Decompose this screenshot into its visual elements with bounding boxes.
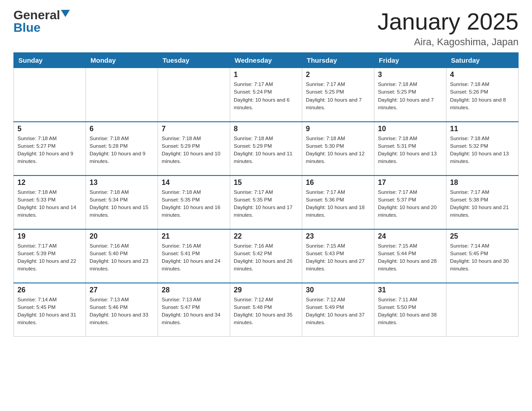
calendar-cell: 31Sunrise: 7:11 AM Sunset: 5:50 PM Dayli… — [374, 283, 446, 337]
calendar-cell: 30Sunrise: 7:12 AM Sunset: 5:49 PM Dayli… — [302, 283, 374, 337]
calendar-cell: 2Sunrise: 7:17 AM Sunset: 5:25 PM Daylig… — [302, 68, 374, 122]
day-info: Sunrise: 7:11 AM Sunset: 5:50 PM Dayligh… — [378, 296, 442, 327]
logo-triangle-icon — [61, 10, 70, 17]
calendar-cell: 21Sunrise: 7:16 AM Sunset: 5:41 PM Dayli… — [158, 229, 230, 283]
day-number: 12 — [17, 179, 82, 187]
day-info: Sunrise: 7:16 AM Sunset: 5:41 PM Dayligh… — [162, 242, 226, 273]
calendar-cell: 7Sunrise: 7:18 AM Sunset: 5:29 PM Daylig… — [158, 122, 230, 176]
day-info: Sunrise: 7:18 AM Sunset: 5:30 PM Dayligh… — [306, 135, 370, 166]
day-info: Sunrise: 7:17 AM Sunset: 5:38 PM Dayligh… — [450, 188, 515, 219]
calendar-table: SundayMondayTuesdayWednesdayThursdayFrid… — [13, 52, 519, 337]
day-info: Sunrise: 7:16 AM Sunset: 5:40 PM Dayligh… — [90, 242, 154, 273]
calendar-cell: 3Sunrise: 7:18 AM Sunset: 5:25 PM Daylig… — [374, 68, 446, 122]
calendar-cell: 4Sunrise: 7:18 AM Sunset: 5:26 PM Daylig… — [446, 68, 519, 122]
calendar-cell: 12Sunrise: 7:18 AM Sunset: 5:33 PM Dayli… — [14, 176, 86, 229]
calendar-cell: 10Sunrise: 7:18 AM Sunset: 5:31 PM Dayli… — [374, 122, 446, 176]
calendar-cell: 22Sunrise: 7:16 AM Sunset: 5:42 PM Dayli… — [230, 229, 302, 283]
day-info: Sunrise: 7:18 AM Sunset: 5:33 PM Dayligh… — [17, 188, 82, 219]
calendar-week-row: 12Sunrise: 7:18 AM Sunset: 5:33 PM Dayli… — [14, 176, 519, 229]
day-number: 19 — [17, 232, 82, 240]
calendar-cell: 11Sunrise: 7:18 AM Sunset: 5:32 PM Dayli… — [446, 122, 519, 176]
day-number: 8 — [234, 125, 298, 133]
day-info: Sunrise: 7:18 AM Sunset: 5:29 PM Dayligh… — [234, 135, 298, 166]
day-number: 27 — [90, 286, 154, 294]
logo-blue-text: Blue — [13, 21, 41, 34]
day-info: Sunrise: 7:15 AM Sunset: 5:43 PM Dayligh… — [306, 242, 370, 273]
day-number: 21 — [162, 232, 226, 240]
day-number: 28 — [162, 286, 226, 294]
day-number: 3 — [378, 71, 442, 79]
calendar-cell: 19Sunrise: 7:17 AM Sunset: 5:39 PM Dayli… — [14, 229, 86, 283]
day-number: 22 — [234, 232, 298, 240]
calendar-cell: 15Sunrise: 7:17 AM Sunset: 5:35 PM Dayli… — [230, 176, 302, 229]
calendar-cell: 1Sunrise: 7:17 AM Sunset: 5:24 PM Daylig… — [230, 68, 302, 122]
calendar-cell: 27Sunrise: 7:13 AM Sunset: 5:46 PM Dayli… — [86, 283, 158, 337]
day-number: 20 — [90, 232, 154, 240]
calendar-cell — [158, 68, 230, 122]
day-info: Sunrise: 7:18 AM Sunset: 5:32 PM Dayligh… — [450, 135, 515, 166]
title-section: January 2025 Aira, Kagoshima, Japan — [378, 9, 519, 48]
day-number: 10 — [378, 125, 442, 133]
day-info: Sunrise: 7:18 AM Sunset: 5:28 PM Dayligh… — [90, 135, 154, 166]
day-info: Sunrise: 7:18 AM Sunset: 5:29 PM Dayligh… — [162, 135, 226, 166]
day-number: 16 — [306, 179, 370, 187]
calendar-cell: 28Sunrise: 7:13 AM Sunset: 5:47 PM Dayli… — [158, 283, 230, 337]
day-info: Sunrise: 7:17 AM Sunset: 5:35 PM Dayligh… — [234, 188, 298, 219]
calendar-cell: 14Sunrise: 7:18 AM Sunset: 5:35 PM Dayli… — [158, 176, 230, 229]
weekday-header-sunday: Sunday — [14, 53, 86, 68]
calendar-cell: 26Sunrise: 7:14 AM Sunset: 5:45 PM Dayli… — [14, 283, 86, 337]
calendar-cell: 5Sunrise: 7:18 AM Sunset: 5:27 PM Daylig… — [14, 122, 86, 176]
calendar-cell: 16Sunrise: 7:17 AM Sunset: 5:36 PM Dayli… — [302, 176, 374, 229]
day-number: 24 — [378, 232, 442, 240]
day-info: Sunrise: 7:17 AM Sunset: 5:24 PM Dayligh… — [234, 81, 298, 111]
weekday-header-friday: Friday — [374, 53, 446, 68]
weekday-header-tuesday: Tuesday — [158, 53, 230, 68]
day-info: Sunrise: 7:17 AM Sunset: 5:25 PM Dayligh… — [306, 81, 370, 111]
location-subtitle: Aira, Kagoshima, Japan — [378, 36, 519, 48]
day-number: 1 — [234, 71, 298, 79]
day-number: 30 — [306, 286, 370, 294]
day-info: Sunrise: 7:16 AM Sunset: 5:42 PM Dayligh… — [234, 242, 298, 273]
day-info: Sunrise: 7:14 AM Sunset: 5:45 PM Dayligh… — [17, 296, 82, 327]
day-number: 29 — [234, 286, 298, 294]
day-info: Sunrise: 7:13 AM Sunset: 5:46 PM Dayligh… — [90, 296, 154, 327]
calendar-cell: 18Sunrise: 7:17 AM Sunset: 5:38 PM Dayli… — [446, 176, 519, 229]
calendar-week-row: 5Sunrise: 7:18 AM Sunset: 5:27 PM Daylig… — [14, 122, 519, 176]
day-number: 15 — [234, 179, 298, 187]
calendar-cell: 13Sunrise: 7:18 AM Sunset: 5:34 PM Dayli… — [86, 176, 158, 229]
day-info: Sunrise: 7:18 AM Sunset: 5:34 PM Dayligh… — [90, 188, 154, 219]
day-info: Sunrise: 7:18 AM Sunset: 5:31 PM Dayligh… — [378, 135, 442, 166]
day-number: 4 — [450, 71, 515, 79]
logo: General Blue — [13, 9, 70, 34]
calendar-header-row: SundayMondayTuesdayWednesdayThursdayFrid… — [14, 53, 519, 68]
day-info: Sunrise: 7:17 AM Sunset: 5:36 PM Dayligh… — [306, 188, 370, 219]
calendar-cell: 8Sunrise: 7:18 AM Sunset: 5:29 PM Daylig… — [230, 122, 302, 176]
calendar-cell: 6Sunrise: 7:18 AM Sunset: 5:28 PM Daylig… — [86, 122, 158, 176]
day-info: Sunrise: 7:18 AM Sunset: 5:35 PM Dayligh… — [162, 188, 226, 219]
calendar-cell — [86, 68, 158, 122]
day-number: 5 — [17, 125, 82, 133]
day-number: 6 — [90, 125, 154, 133]
day-info: Sunrise: 7:12 AM Sunset: 5:49 PM Dayligh… — [306, 296, 370, 327]
calendar-cell — [446, 283, 519, 337]
day-info: Sunrise: 7:15 AM Sunset: 5:44 PM Dayligh… — [378, 242, 442, 273]
day-info: Sunrise: 7:12 AM Sunset: 5:48 PM Dayligh… — [234, 296, 298, 327]
day-info: Sunrise: 7:17 AM Sunset: 5:39 PM Dayligh… — [17, 242, 82, 273]
day-number: 11 — [450, 125, 515, 133]
weekday-header-monday: Monday — [86, 53, 158, 68]
day-number: 7 — [162, 125, 226, 133]
calendar-cell: 17Sunrise: 7:17 AM Sunset: 5:37 PM Dayli… — [374, 176, 446, 229]
day-number: 17 — [378, 179, 442, 187]
logo-general-text: General — [13, 9, 60, 21]
day-number: 9 — [306, 125, 370, 133]
day-number: 14 — [162, 179, 226, 187]
page-header: General Blue January 2025 Aira, Kagoshim… — [13, 9, 519, 48]
calendar-cell: 24Sunrise: 7:15 AM Sunset: 5:44 PM Dayli… — [374, 229, 446, 283]
calendar-cell: 29Sunrise: 7:12 AM Sunset: 5:48 PM Dayli… — [230, 283, 302, 337]
day-info: Sunrise: 7:13 AM Sunset: 5:47 PM Dayligh… — [162, 296, 226, 327]
day-info: Sunrise: 7:14 AM Sunset: 5:45 PM Dayligh… — [450, 242, 515, 273]
calendar-cell: 9Sunrise: 7:18 AM Sunset: 5:30 PM Daylig… — [302, 122, 374, 176]
calendar-cell: 23Sunrise: 7:15 AM Sunset: 5:43 PM Dayli… — [302, 229, 374, 283]
calendar-cell: 20Sunrise: 7:16 AM Sunset: 5:40 PM Dayli… — [86, 229, 158, 283]
calendar-week-row: 19Sunrise: 7:17 AM Sunset: 5:39 PM Dayli… — [14, 229, 519, 283]
